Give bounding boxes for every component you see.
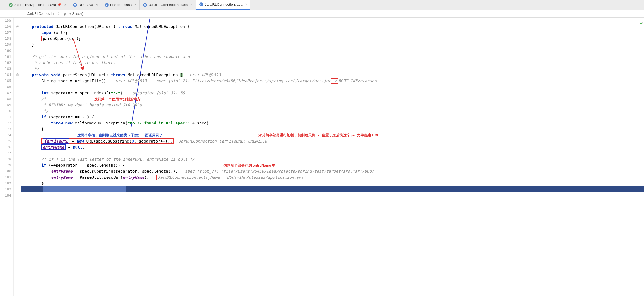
line-number[interactable]: 161 [0,54,11,60]
gutter-mark[interactable] [14,126,21,132]
annotation-4: 切割后半部分存到 entryName 中 [223,163,276,167]
breadcrumb-method[interactable]: parseSpecs() [64,12,83,16]
gutter-mark[interactable] [14,174,21,180]
line-number[interactable]: 179 [0,162,11,168]
gutter-mark[interactable]: @ [14,72,21,78]
gutter-mark[interactable] [14,36,21,42]
line-number[interactable]: 181 [0,174,11,180]
gutter-mark[interactable] [14,144,21,150]
gutter-mark[interactable] [14,84,21,90]
gutter-mark[interactable] [14,30,21,36]
code-area[interactable]: protected JarURLConnection(URL url) thro… [21,18,644,296]
line-number[interactable]: 155 [0,18,11,24]
line-number[interactable]: 160 [0,48,11,54]
gutter-mark[interactable] [14,18,21,24]
tab-1[interactable]: CURL.java× [70,0,101,10]
code-line: private void parseSpecs(URL url) throws … [25,72,644,78]
tab-4[interactable]: CJarURLConnection.java× [196,0,250,10]
line-number[interactable]: 169 [0,102,11,108]
tab-label: SpringTestApplication.java [14,3,56,7]
inspection-ok-icon[interactable]: ✔ [640,20,643,25]
line-number[interactable]: 172 [0,120,11,126]
tab-2[interactable]: CHandler.class× [101,0,140,10]
line-number[interactable]: 171 [0,114,11,120]
code-line: if (++separator != spec.length()) { 切割后半… [25,162,644,168]
highlight-parseSpecs: parseSpecs(url); [41,36,82,41]
line-number[interactable]: 184 [0,192,11,198]
gutter-mark[interactable] [14,48,21,54]
line-number[interactable]: 165 [0,78,11,84]
line-number[interactable]: 177 [0,150,11,156]
code-line: } [25,126,644,132]
line-number[interactable]: 167 [0,90,11,96]
pin-icon[interactable]: 📌 [58,3,61,7]
code-line [25,18,644,24]
code-line: /* 找到第一个使用'!/'分割的地方 [25,96,644,102]
gutter-mark[interactable] [14,66,21,72]
gutter-mark[interactable] [14,90,21,96]
tab-0[interactable]: CSpringTestApplication.java📌× [5,0,70,10]
line-number[interactable]: 166 [0,84,11,90]
line-number[interactable]: 178 [0,156,11,162]
code-line: protected JarURLConnection(URL url) thro… [25,24,644,30]
gutter-mark[interactable] [14,96,21,102]
gutter-mark[interactable] [14,114,21,120]
gutter-mark[interactable] [14,150,21,156]
gutter-mark[interactable] [14,132,21,138]
line-number[interactable]: 183 [0,186,11,192]
highlight-entryName: entryName [41,144,66,150]
line-number[interactable]: 156 [0,24,11,30]
line-number[interactable]: 159 [0,42,11,48]
gutter-mark[interactable] [14,78,21,84]
close-icon[interactable]: × [64,3,66,7]
file-icon: C [143,3,147,7]
line-number[interactable]: 168 [0,96,11,102]
close-icon[interactable]: × [190,3,192,7]
line-number[interactable]: 176 [0,144,11,150]
file-icon: C [105,3,109,7]
line-number[interactable]: 180 [0,168,11,174]
gutter-mark[interactable] [14,156,21,162]
line-number[interactable]: 162 [0,60,11,66]
gutter-mark[interactable] [14,120,21,126]
code-line: } [25,180,644,186]
code-line: entryName = null; [25,144,644,150]
close-icon[interactable]: × [245,2,247,6]
code-line [25,150,644,156]
gutter-mark[interactable] [14,186,21,192]
gutter-mark[interactable] [14,192,21,198]
gutter-mark[interactable] [14,180,21,186]
close-icon[interactable]: × [96,3,98,7]
gutter-mark[interactable] [14,162,21,168]
gutter-mark[interactable] [14,108,21,114]
line-number[interactable]: 157 [0,30,11,36]
tab-3[interactable]: CJarURLConnection.class× [140,0,196,10]
annotation-3: 对其前半部分进行切割，切割成只到 jar 位置，之后为这个 jar 文件创建 U… [258,133,379,137]
line-number[interactable]: 170 [0,108,11,114]
line-number[interactable]: 174 [0,132,11,138]
tab-label: JarURLConnection.class [149,3,188,7]
breadcrumb-class[interactable]: JarURLConnection [27,12,55,16]
code-line: super(url); [25,30,644,36]
gutter-mark[interactable] [14,138,21,144]
line-number[interactable]: 175 [0,138,11,144]
gutter-mark[interactable] [14,54,21,60]
gutter-icons: @@ [14,18,21,296]
line-number[interactable]: 173 [0,126,11,132]
gutter-mark[interactable] [14,42,21,48]
gutter-mark[interactable] [14,168,21,174]
highlight-jarFileURL-assign: jarFileURL = new URL(spec.substring(0, s… [41,138,174,144]
code-line: entryName = spec.substring(separator, sp… [25,168,644,174]
gutter-mark[interactable]: @ [14,24,21,30]
line-number[interactable]: 158 [0,36,11,42]
line-number[interactable]: 164 [0,72,11,78]
close-icon[interactable]: × [134,3,136,7]
code-line: String spec = url.getFile(); url: URL@15… [25,78,644,84]
line-number[interactable]: 163 [0,66,11,72]
gutter-mark[interactable] [14,102,21,108]
editor: 1551561571581591601611621631641651661671… [0,18,644,296]
code-line: /* if ! is the last letter of the innerU… [25,156,644,162]
code-line: entryName = ParseUtil.decode (entryName)… [25,174,644,180]
line-number[interactable]: 182 [0,180,11,186]
gutter-mark[interactable] [14,60,21,66]
